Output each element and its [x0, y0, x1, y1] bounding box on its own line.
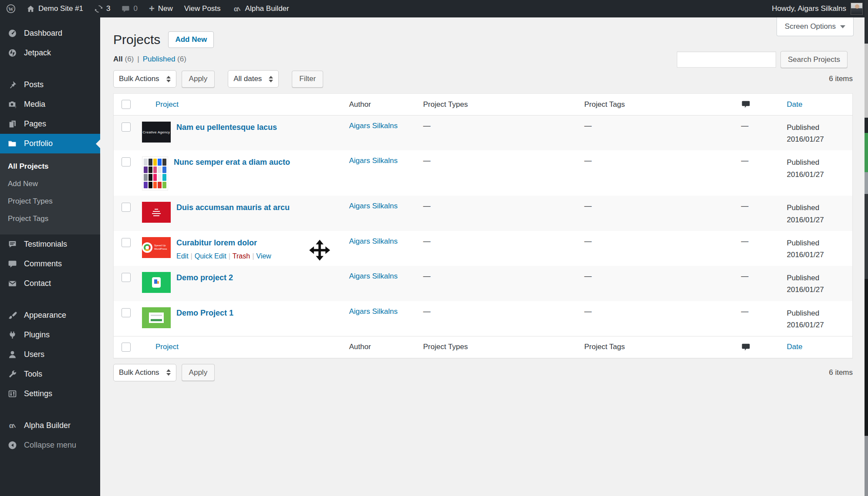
- main-content: Screen Options Search Projects Projects …: [100, 17, 868, 496]
- sidebar-item-collapse-menu[interactable]: Collapse menu: [0, 435, 100, 455]
- sort-project-header[interactable]: Project: [155, 100, 179, 109]
- page-title: Projects: [113, 32, 160, 47]
- select-all-checkbox[interactable]: [122, 100, 131, 109]
- sidebar-item-tools[interactable]: Tools: [0, 364, 100, 384]
- screen-options-tab[interactable]: Screen Options: [777, 17, 854, 36]
- tablenav-bottom: Bulk Actions Apply 6 items: [113, 364, 853, 382]
- comment-bubble-icon: [741, 100, 750, 109]
- project-title-link[interactable]: Duis accumsan mauris at arcu: [176, 203, 290, 212]
- plus-icon: +: [149, 1, 155, 17]
- alpha-icon: α: [6, 421, 18, 430]
- svg-text:W: W: [8, 6, 14, 12]
- quick-edit-link[interactable]: Quick Edit: [195, 252, 226, 260]
- sidebar-item-jetpack[interactable]: Jetpack: [0, 43, 100, 63]
- updates-menu[interactable]: 3: [89, 0, 116, 17]
- bulk-actions-select[interactable]: Bulk Actions: [113, 70, 176, 88]
- comments-value: —: [736, 196, 782, 231]
- updates-count: 3: [106, 0, 110, 17]
- sidebar-item-users[interactable]: Users: [0, 345, 100, 364]
- sidebar-item-label: Tools: [24, 370, 42, 379]
- svg-text:α: α: [9, 421, 14, 430]
- author-link[interactable]: Aigars Silkalns: [349, 122, 398, 130]
- comments-menu[interactable]: 0: [116, 0, 143, 17]
- all-dates-select[interactable]: All dates: [228, 70, 279, 88]
- filter-button[interactable]: Filter: [292, 71, 323, 88]
- apply-button[interactable]: Apply: [182, 71, 215, 88]
- sort-project-header[interactable]: Project: [155, 343, 179, 351]
- search-input[interactable]: [677, 51, 776, 68]
- project-tags-value: —: [579, 196, 736, 231]
- sidebar-item-label: Appearance: [24, 311, 66, 320]
- sidebar-item-label: Contact: [24, 279, 51, 288]
- sidebar-item-dashboard[interactable]: Dashboard: [0, 24, 100, 43]
- projects-table: Project Author Project Types Project Tag…: [113, 93, 853, 358]
- updates-icon: [95, 5, 103, 13]
- svg-text:α: α: [233, 5, 238, 13]
- apply-button-bottom[interactable]: Apply: [182, 364, 215, 381]
- sidebar-item-contact[interactable]: Contact: [0, 274, 100, 293]
- comments-value: —: [736, 150, 782, 196]
- howdy-text[interactable]: Howdy, Aigars Silkalns: [772, 4, 846, 13]
- bulk-actions-select-bottom[interactable]: Bulk Actions: [113, 364, 176, 381]
- sidebar-item-appearance[interactable]: Appearance: [0, 306, 100, 325]
- sort-date-header[interactable]: Date: [787, 100, 803, 109]
- project-title-link[interactable]: Nunc semper erat a diam aucto: [174, 158, 290, 167]
- chevron-down-icon: [840, 25, 845, 28]
- trash-link[interactable]: Trash: [233, 252, 250, 260]
- sidebar-subitem-add-new[interactable]: Add New: [0, 175, 100, 193]
- sidebar-item-label: Dashboard: [24, 29, 62, 38]
- date-value: Published2016/01/27: [782, 150, 853, 196]
- author-link[interactable]: Aigars Silkalns: [349, 272, 398, 280]
- row-checkbox[interactable]: [122, 308, 131, 317]
- sort-date-header[interactable]: Date: [787, 343, 803, 351]
- project-title-link[interactable]: Nam eu pellentesque lacus: [176, 123, 277, 132]
- sidebar-item-testimonials[interactable]: Testimonials: [0, 234, 100, 254]
- tablenav-top: Bulk Actions Apply All dates Filter 6 it…: [113, 70, 853, 88]
- date-value: Published2016/01/27: [782, 116, 853, 151]
- row-checkbox[interactable]: [122, 203, 131, 212]
- table-row: Demo project 2Aigars Silkalns———Publishe…: [114, 266, 853, 301]
- wordpress-logo-icon[interactable]: W: [0, 0, 21, 17]
- edit-link[interactable]: Edit: [176, 252, 189, 260]
- sidebar-item-portfolio[interactable]: Portfolio: [0, 134, 100, 153]
- row-checkbox[interactable]: [122, 157, 131, 166]
- sidebar-item-alpha-builder[interactable]: αAlpha Builder: [0, 416, 100, 435]
- author-link[interactable]: Aigars Silkalns: [349, 202, 398, 210]
- row-checkbox[interactable]: [122, 122, 131, 132]
- comments-header: [736, 94, 782, 116]
- select-arrows-icon: [166, 369, 171, 376]
- sidebar-item-plugins[interactable]: Plugins: [0, 325, 100, 345]
- project-title-link[interactable]: Demo project 2: [176, 273, 233, 282]
- row-checkbox[interactable]: [122, 238, 131, 247]
- table-header-row: Project Author Project Types Project Tag…: [114, 94, 853, 116]
- screen-edge-scrollbar[interactable]: [865, 0, 868, 496]
- author-link[interactable]: Aigars Silkalns: [349, 237, 398, 245]
- view-published-link[interactable]: Published (6): [143, 55, 186, 64]
- sidebar-item-comments[interactable]: Comments: [0, 254, 100, 274]
- select-all-checkbox[interactable]: [122, 343, 131, 352]
- author-link[interactable]: Aigars Silkalns: [349, 307, 398, 316]
- alpha-builder-menu[interactable]: α Alpha Builder: [226, 0, 295, 17]
- view-link[interactable]: View: [256, 252, 271, 260]
- row-checkbox[interactable]: [122, 273, 131, 282]
- sidebar-subitem-project-types[interactable]: Project Types: [0, 193, 100, 210]
- sidebar-item-media[interactable]: ♪Media: [0, 95, 100, 114]
- new-menu[interactable]: + New: [143, 0, 179, 17]
- home-icon: [27, 5, 35, 13]
- author-link[interactable]: Aigars Silkalns: [349, 156, 398, 165]
- user-avatar[interactable]: [851, 3, 863, 15]
- sidebar-item-pages[interactable]: Pages: [0, 114, 100, 134]
- project-title-link[interactable]: Demo Project 1: [176, 309, 233, 318]
- sidebar-subitem-all-projects[interactable]: All Projects: [0, 158, 100, 175]
- sidebar-item-posts[interactable]: Posts: [0, 75, 100, 95]
- sidebar-subitem-project-tags[interactable]: Project Tags: [0, 210, 100, 228]
- add-new-button[interactable]: Add New: [168, 31, 214, 48]
- comments-count: 0: [133, 0, 137, 17]
- search-projects-button[interactable]: Search Projects: [780, 51, 848, 68]
- project-title-link[interactable]: Curabitur lorem dolor: [176, 238, 257, 248]
- date-value: Published2016/01/27: [782, 231, 853, 266]
- view-all-link[interactable]: All (6): [113, 55, 134, 64]
- view-posts-link[interactable]: View Posts: [179, 0, 226, 17]
- site-menu[interactable]: Demo Site #1: [21, 0, 89, 17]
- sidebar-item-settings[interactable]: Settings: [0, 384, 100, 404]
